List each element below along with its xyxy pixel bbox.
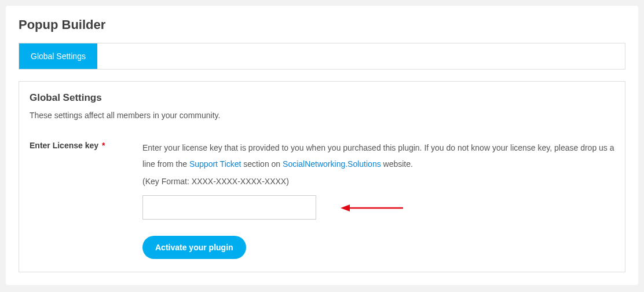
page-card: Popup Builder Global Settings Global Set… [6,6,638,285]
required-marker: * [102,141,105,150]
panel-description: These settings affect all members in you… [30,111,614,120]
tab-global-settings[interactable]: Global Settings [19,43,97,69]
license-label: Enter License key * [30,140,142,150]
settings-panel: Global Settings These settings affect al… [19,81,625,272]
panel-title: Global Settings [30,92,614,104]
socialnetworking-link[interactable]: SocialNetworking.Solutions [283,159,381,169]
license-key-format: (Key Format: XXXX-XXXX-XXXX-XXXX) [142,173,614,189]
tabs-bar: Global Settings [19,43,625,70]
support-ticket-link[interactable]: Support Ticket [189,159,241,169]
license-label-text: Enter License key [30,141,98,150]
license-field-body: Enter your license key that is provided … [142,140,614,259]
license-help-mid: section on [241,159,283,169]
license-key-input[interactable] [142,195,316,220]
page-title: Popup Builder [19,17,625,32]
activate-plugin-button[interactable]: Activate your plugin [142,236,246,259]
license-help-post: website. [381,159,413,169]
license-field-row: Enter License key * Enter your license k… [30,140,614,259]
